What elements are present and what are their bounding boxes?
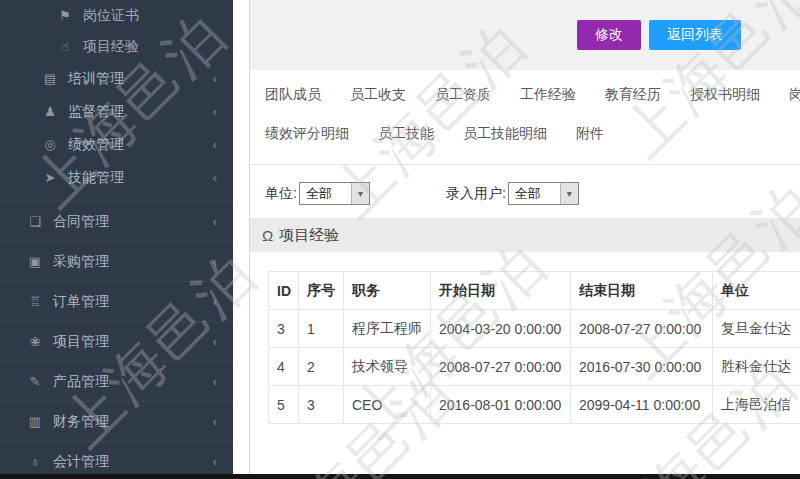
- sidebar-item-label: 监督管理: [68, 103, 124, 121]
- section-header: Ω 项目经验: [250, 218, 800, 252]
- col-header-start-date: 开始日期: [431, 272, 571, 310]
- sidebar-item-products[interactable]: ✎ 产品管理 ‹: [0, 361, 233, 401]
- cell-title: 程序工程师: [344, 310, 431, 348]
- unit-filter-label: 单位:: [265, 185, 297, 203]
- chevron-left-icon: ‹: [213, 170, 217, 185]
- sidebar-item-skill[interactable]: ➤ 技能管理 ‹: [0, 161, 233, 194]
- cell-unit: 上海邑泊信: [713, 386, 800, 424]
- cell-unit: 复旦金仕达: [713, 310, 800, 348]
- sidebar-item-certificate[interactable]: ⚑ 岗位证书: [0, 0, 233, 31]
- training-icon: ▤: [42, 71, 58, 86]
- col-header-unit: 单位: [713, 272, 800, 310]
- finance-icon: ▥: [27, 414, 43, 429]
- sidebar-item-training[interactable]: ▤ 培训管理 ‹: [0, 62, 233, 95]
- sidebar-item-label: 绩效管理: [68, 136, 124, 154]
- tab-employee-skill-details[interactable]: 员工技能明细: [463, 125, 547, 143]
- table-header-row: ID 序号 职务 开始日期 结束日期 单位: [269, 272, 800, 310]
- unit-filter-select[interactable]: 全部 ▾: [299, 182, 370, 205]
- chevron-left-icon: ‹: [213, 137, 217, 152]
- chevron-left-icon: ‹: [213, 104, 217, 119]
- table-row[interactable]: 4 2 技术领导 2008-07-27 0:00:00 2016-07-30 0…: [269, 348, 800, 386]
- table-row[interactable]: 5 3 CEO 2016-08-01 0:00:00 2099-04-11 0:…: [269, 386, 800, 424]
- sidebar-item-projects[interactable]: ❀ 项目管理 ‹: [0, 321, 233, 361]
- cell-seq: 3: [299, 386, 344, 424]
- accounting-icon: ♁: [27, 454, 43, 469]
- sidebar-item-label: 采购管理: [53, 253, 109, 271]
- entry-user-filter-value: 全部: [509, 185, 560, 203]
- project-experience-table: ID 序号 职务 开始日期 结束日期 单位 3 1 程序工程师 2004-03-…: [268, 271, 800, 424]
- sidebar-item-performance[interactable]: ◎ 绩效管理 ‹: [0, 128, 233, 161]
- chevron-left-icon: ‹: [213, 214, 217, 229]
- col-header-id: ID: [269, 272, 299, 310]
- tab-attachments[interactable]: 附件: [576, 125, 604, 143]
- main-content: 修改 返回列表 团队成员 员工收支 员工资质 工作经验 教育经历 授权书明细 岗…: [249, 0, 800, 474]
- sidebar-item-label: 项目管理: [53, 333, 109, 351]
- tab-row-2: 绩效评分明细 员工技能 员工技能明细 附件: [265, 125, 800, 143]
- tab-work-experience[interactable]: 工作经验: [520, 86, 576, 104]
- sidebar-item-contract[interactable]: ❏ 合同管理 ‹: [0, 201, 233, 241]
- sidebar-item-procurement[interactable]: ▣ 采购管理 ‹: [0, 241, 233, 281]
- sidebar-item-label: 财务管理: [53, 413, 109, 431]
- cell-start-date: 2004-03-20 0:00:00: [431, 310, 571, 348]
- unit-filter-value: 全部: [300, 185, 351, 203]
- experience-icon: ☝: [57, 39, 73, 54]
- cell-seq: 2: [299, 348, 344, 386]
- cell-end-date: 2016-07-30 0:00:00: [571, 348, 713, 386]
- cell-start-date: 2016-08-01 0:00:00: [431, 386, 571, 424]
- sidebar-item-label: 技能管理: [68, 169, 124, 187]
- sidebar-item-accounting[interactable]: ♁ 会计管理 ‹: [0, 441, 233, 474]
- tab-authorization-details[interactable]: 授权书明细: [690, 86, 760, 104]
- tab-performance-score-details[interactable]: 绩效评分明细: [265, 125, 349, 143]
- entry-user-filter-select[interactable]: 全部 ▾: [508, 182, 579, 205]
- sidebar-item-supervision[interactable]: ♟ 监督管理 ‹: [0, 95, 233, 128]
- cell-id: 3: [269, 310, 299, 348]
- chevron-left-icon: ‹: [213, 334, 217, 349]
- chevron-down-icon: ▾: [560, 183, 578, 204]
- tab-employee-skills[interactable]: 员工技能: [378, 125, 434, 143]
- entry-user-filter-label: 录入用户:: [446, 185, 506, 203]
- cell-title: CEO: [344, 386, 431, 424]
- sidebar-item-label: 会计管理: [53, 453, 109, 471]
- sidebar-item-label: 培训管理: [68, 70, 124, 88]
- skill-icon: ➤: [42, 170, 58, 185]
- col-header-title: 职务: [344, 272, 431, 310]
- chevron-left-icon: ‹: [213, 254, 217, 269]
- products-icon: ✎: [27, 374, 43, 389]
- edit-button[interactable]: 修改: [577, 20, 641, 50]
- sidebar-item-orders[interactable]: ♖ 订单管理 ‹: [0, 281, 233, 321]
- col-header-end-date: 结束日期: [571, 272, 713, 310]
- projects-icon: ❀: [27, 334, 43, 349]
- tab-team-members[interactable]: 团队成员: [265, 86, 321, 104]
- tab-employee-payments[interactable]: 员工收支: [350, 86, 406, 104]
- cell-id: 4: [269, 348, 299, 386]
- certificate-icon: ⚑: [57, 8, 73, 23]
- person-icon: Ω: [262, 227, 273, 244]
- tab-certificates[interactable]: 岗位证书: [789, 86, 800, 104]
- sidebar-group-gap: [0, 194, 233, 201]
- section-title: 项目经验: [279, 226, 339, 245]
- sidebar-item-label: 岗位证书: [83, 7, 139, 25]
- detail-tabs: 团队成员 员工收支 员工资质 工作经验 教育经历 授权书明细 岗位证书 绩效评分…: [250, 70, 800, 165]
- table-row[interactable]: 3 1 程序工程师 2004-03-20 0:00:00 2008-07-27 …: [269, 310, 800, 348]
- sidebar-item-label: 订单管理: [53, 293, 109, 311]
- tab-row-1: 团队成员 员工收支 员工资质 工作经验 教育经历 授权书明细 岗位证书: [265, 86, 800, 104]
- bottom-bar: [0, 474, 800, 479]
- cell-title: 技术领导: [344, 348, 431, 386]
- toolbar: 修改 返回列表: [250, 0, 800, 70]
- sidebar-item-finance[interactable]: ▥ 财务管理 ‹: [0, 401, 233, 441]
- chevron-left-icon: ‹: [213, 374, 217, 389]
- chevron-left-icon: ‹: [213, 414, 217, 429]
- tab-education[interactable]: 教育经历: [605, 86, 661, 104]
- contract-icon: ❏: [27, 214, 43, 229]
- col-header-seq: 序号: [299, 272, 344, 310]
- back-to-list-button[interactable]: 返回列表: [649, 20, 741, 50]
- tab-employee-qualifications[interactable]: 员工资质: [435, 86, 491, 104]
- performance-icon: ◎: [42, 137, 58, 152]
- orders-icon: ♖: [27, 294, 43, 309]
- cell-unit: 胜科金仕达: [713, 348, 800, 386]
- chevron-left-icon: ‹: [213, 71, 217, 86]
- cell-id: 5: [269, 386, 299, 424]
- filter-bar: 单位: 全部 ▾ 录入用户: 全部 ▾: [252, 182, 800, 205]
- sidebar-item-project-experience[interactable]: ☝ 项目经验: [0, 31, 233, 62]
- cell-seq: 1: [299, 310, 344, 348]
